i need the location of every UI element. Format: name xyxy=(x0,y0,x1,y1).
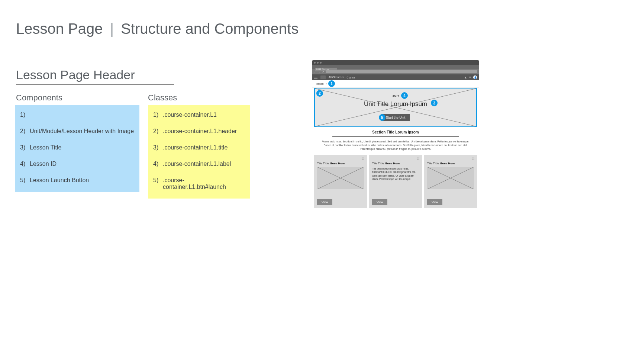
tile-image-placeholder xyxy=(317,167,364,189)
section-body: Fusce justo risus, tincidunt in dui id, … xyxy=(321,140,470,151)
list-num: 3) xyxy=(153,144,163,151)
tile: ⠿ Tile Title Goes Here View xyxy=(424,155,477,208)
traffic-light-icon xyxy=(320,62,322,64)
list-num: 2) xyxy=(153,128,163,135)
list-item: 3).course-container.L1.title xyxy=(153,144,245,151)
list-text: Lesson Title xyxy=(30,144,134,151)
list-num: 1) xyxy=(20,112,30,118)
list-text: Lesson Launch Button xyxy=(30,177,134,184)
list-text xyxy=(30,112,134,118)
tile-image-placeholder xyxy=(427,167,474,189)
bell-icon: ▲ xyxy=(464,76,467,79)
placeholder-x-icon xyxy=(317,167,364,189)
app-logo-icon xyxy=(320,75,326,79)
callout-badge: 2 xyxy=(316,90,323,97)
browser-tab-row: MHE Course xyxy=(312,65,479,69)
view-button[interactable]: View xyxy=(372,199,387,205)
tile-title: Tile Title Goes Here xyxy=(317,162,364,165)
list-item: 1).course-container.L1 xyxy=(153,112,245,118)
list-text: Unit/Module/Lesson Header with Image xyxy=(30,128,134,135)
callout-badge: 5 xyxy=(379,114,386,121)
breadcrumb: Index › L1 1 xyxy=(312,80,479,88)
tiles-row: ⠿ Tile Title Goes Here View ⠿ Tile Title… xyxy=(312,155,479,209)
list-item: 5)Lesson Launch Button xyxy=(20,177,134,184)
list-item: 2)Unit/Module/Lesson Header with Image xyxy=(20,128,134,135)
title-divider: | xyxy=(110,20,114,37)
traffic-light-icon xyxy=(314,62,316,64)
list-text: .course-container.L1 xyxy=(163,112,245,118)
hamburger-icon xyxy=(314,76,317,79)
list-text: .course-container.L1.label xyxy=(163,161,245,167)
tile-menu-icon: ⠿ xyxy=(417,157,420,161)
breadcrumb-item: Index xyxy=(316,82,324,86)
list-num: 5) xyxy=(153,177,163,190)
column-title-classes: Classes xyxy=(148,93,177,103)
callout-badge: 4 xyxy=(401,92,408,99)
components-list: 1) 2)Unit/Module/Lesson Header with Imag… xyxy=(15,105,139,192)
list-item: 4).course-container.L1.label xyxy=(153,161,245,167)
callout-badge: 3 xyxy=(431,100,438,106)
section-block: Section Title Lorum Ipsom Fusce justo ri… xyxy=(312,130,479,155)
bars-icon: ≡ xyxy=(469,76,471,79)
list-item: 4)Lesson ID xyxy=(20,161,134,167)
list-num: 4) xyxy=(20,161,30,167)
placeholder-x-icon xyxy=(427,167,474,189)
mac-title-bar xyxy=(312,60,479,65)
classes-list: 1).course-container.L1 2).course-contain… xyxy=(148,105,250,199)
page-title: Lesson Page | Structure and Components xyxy=(16,20,299,37)
list-text: Lesson ID xyxy=(30,161,134,167)
list-item: 3)Lesson Title xyxy=(20,144,134,151)
breadcrumb-separator: › xyxy=(326,82,327,86)
url-bar xyxy=(326,70,477,73)
browser-nav-row: ← → ⟳ xyxy=(312,69,479,74)
forward-icon: → xyxy=(318,71,320,73)
traffic-light-icon xyxy=(317,62,319,64)
list-num: 4) xyxy=(153,161,163,167)
list-num: 5) xyxy=(20,177,30,184)
title-part1: Lesson Page xyxy=(16,20,103,37)
app-nav-bar: All Classes ▾ Course ▲ ≡ 👤 xyxy=(312,74,479,80)
title-part2: Structure and Components xyxy=(121,20,299,37)
list-item: 5).course-container.L1.btn#launch xyxy=(153,177,245,190)
tile-title: Tile Title Goes Here xyxy=(427,162,474,165)
callout-badge: 1 xyxy=(328,80,335,87)
column-title-components: Components xyxy=(16,93,62,103)
start-unit-button[interactable]: Start the Unit xyxy=(381,114,410,121)
list-text: .course-container.L1.btn#launch xyxy=(163,177,245,190)
avatar-icon: 👤 xyxy=(473,75,477,79)
back-icon: ← xyxy=(314,71,316,73)
list-text: .course-container.L1.header xyxy=(163,128,245,135)
mockup-browser: MHE Course ← → ⟳ All Classes ▾ Course ▲ … xyxy=(312,60,479,209)
refresh-icon: ⟳ xyxy=(322,70,324,73)
hero-unit-label: UNIT xyxy=(315,94,476,98)
tile-menu-icon: ⠿ xyxy=(472,157,475,161)
tile-title: Tile Title Goes Here xyxy=(372,162,419,165)
nav-link-course: Course xyxy=(347,76,355,79)
list-item: 1) xyxy=(20,112,134,118)
list-item: 2).course-container.L1.header xyxy=(153,128,245,135)
section-title: Lesson Page Header xyxy=(16,68,174,85)
list-num: 2) xyxy=(20,128,30,135)
hero-title: Unit Title Lorum Ipsum xyxy=(315,100,476,108)
list-num: 1) xyxy=(153,112,163,118)
nav-link-all-classes: All Classes ▾ xyxy=(329,76,344,79)
hero-header: UNIT Unit Title Lorum Ipsum Start the Un… xyxy=(314,88,477,127)
section-title: Section Title Lorum Ipsom xyxy=(321,130,470,134)
tile-description: Tile description usce justo risus, tinci… xyxy=(372,167,419,180)
view-button[interactable]: View xyxy=(317,199,332,205)
tile-menu-icon: ⠿ xyxy=(362,157,365,161)
tile: ⠿ Tile Title Goes Here Tile description … xyxy=(369,155,422,208)
app-bar-right: ▲ ≡ 👤 xyxy=(464,75,477,79)
tile: ⠿ Tile Title Goes Here View xyxy=(314,155,367,208)
view-button[interactable]: View xyxy=(427,199,442,205)
list-text: .course-container.L1.title xyxy=(163,144,245,151)
section-divider xyxy=(332,136,459,137)
list-num: 3) xyxy=(20,144,30,151)
